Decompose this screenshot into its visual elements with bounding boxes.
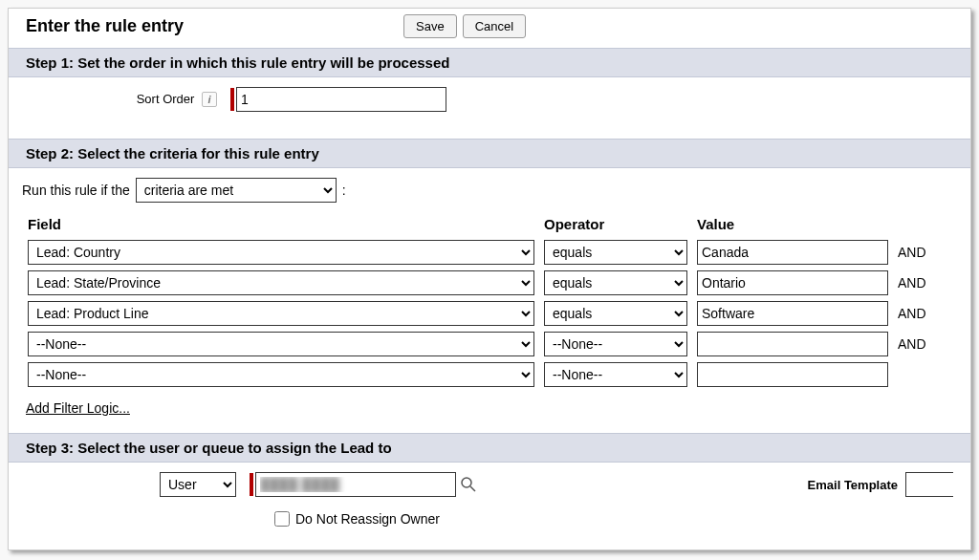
do-not-reassign-label: Do Not Reassign Owner bbox=[295, 511, 440, 527]
page-title: Enter the rule entry bbox=[26, 16, 184, 36]
required-bar-icon bbox=[230, 88, 234, 111]
value-input[interactable] bbox=[697, 332, 888, 356]
email-template-input[interactable] bbox=[905, 472, 953, 497]
assign-to-input[interactable] bbox=[255, 472, 456, 497]
col-field-hdr: Field bbox=[28, 216, 534, 234]
and-label: AND bbox=[898, 306, 955, 321]
info-icon[interactable]: i bbox=[202, 92, 217, 107]
rule-entry-form: Enter the rule entry Save Cancel Step 1:… bbox=[8, 8, 971, 550]
and-label: AND bbox=[898, 336, 955, 352]
run-suffix: : bbox=[342, 183, 346, 198]
value-input[interactable] bbox=[697, 240, 888, 265]
step2-body: Run this rule if the criteria are met : … bbox=[9, 168, 970, 433]
do-not-reassign-checkbox[interactable] bbox=[274, 511, 290, 527]
field-select[interactable]: Lead: Product Line bbox=[28, 301, 534, 326]
operator-select[interactable]: --None-- bbox=[544, 362, 687, 387]
criteria-grid: Field Operator Value Lead: Country equal… bbox=[28, 216, 957, 387]
col-value-hdr: Value bbox=[697, 216, 888, 234]
value-input[interactable] bbox=[697, 362, 888, 387]
required-bar-icon bbox=[250, 473, 253, 496]
step2-header: Step 2: Select the criteria for this rul… bbox=[9, 139, 970, 168]
add-filter-logic-link[interactable]: Add Filter Logic... bbox=[26, 400, 130, 416]
operator-select[interactable]: --None-- bbox=[544, 332, 687, 356]
field-select[interactable]: Lead: State/Province bbox=[28, 270, 534, 295]
col-operator-hdr: Operator bbox=[544, 216, 687, 234]
sort-order-input[interactable] bbox=[236, 87, 446, 112]
assign-type-select[interactable]: User bbox=[160, 472, 236, 497]
run-prefix: Run this rule if the bbox=[22, 183, 130, 198]
save-button[interactable]: Save bbox=[403, 14, 457, 38]
operator-select[interactable]: equals bbox=[544, 240, 687, 265]
operator-select[interactable]: equals bbox=[544, 270, 687, 295]
step3-body: User Email Template bbox=[9, 463, 970, 503]
step3-header: Step 3: Select the user or queue to assi… bbox=[9, 433, 970, 463]
step1-header: Step 1: Set the order in which this rule… bbox=[9, 48, 970, 77]
and-label: AND bbox=[898, 275, 955, 291]
cancel-button[interactable]: Cancel bbox=[463, 14, 526, 38]
sort-order-label-text: Sort Order bbox=[137, 92, 195, 106]
svg-line-1 bbox=[470, 486, 475, 491]
step1-body: Sort Order i bbox=[9, 77, 970, 139]
value-input[interactable] bbox=[697, 270, 888, 295]
field-select[interactable]: --None-- bbox=[28, 332, 534, 356]
lookup-icon[interactable] bbox=[460, 476, 477, 493]
field-select[interactable]: Lead: Country bbox=[28, 240, 534, 265]
field-select[interactable]: --None-- bbox=[28, 362, 534, 387]
operator-select[interactable]: equals bbox=[544, 301, 687, 326]
form-header: Enter the rule entry Save Cancel bbox=[9, 9, 970, 48]
email-template-label: Email Template bbox=[808, 478, 898, 492]
header-buttons: Save Cancel bbox=[403, 14, 526, 38]
run-mode-select[interactable]: criteria are met bbox=[136, 178, 337, 203]
assign-to-row: User bbox=[160, 472, 477, 497]
and-label: AND bbox=[898, 245, 955, 260]
svg-point-0 bbox=[462, 478, 471, 487]
email-template: Email Template bbox=[808, 472, 953, 497]
do-not-reassign-row: Do Not Reassign Owner bbox=[253, 503, 970, 539]
value-input[interactable] bbox=[697, 301, 888, 326]
sort-order-label: Sort Order i bbox=[26, 92, 217, 108]
run-rule-row: Run this rule if the criteria are met : bbox=[22, 178, 957, 216]
